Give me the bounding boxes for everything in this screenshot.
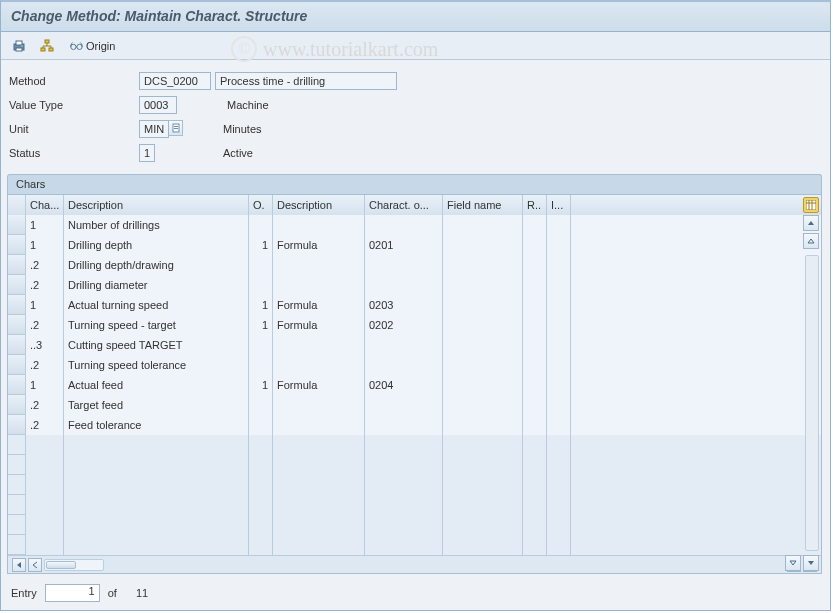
cell-empty[interactable] — [365, 535, 443, 555]
cell-o[interactable] — [249, 395, 273, 415]
cell-cha[interactable]: .2 — [26, 355, 64, 375]
cell-rest[interactable] — [571, 335, 821, 355]
cell-empty[interactable] — [547, 455, 571, 475]
cell-empty[interactable] — [365, 475, 443, 495]
cell-empty[interactable] — [523, 495, 547, 515]
scrollbar-thumb[interactable] — [46, 561, 76, 569]
cell-empty[interactable] — [249, 475, 273, 495]
configure-columns-button[interactable] — [803, 197, 819, 213]
cell-empty[interactable] — [443, 515, 523, 535]
col-r[interactable]: R.. — [523, 195, 547, 215]
col-cha[interactable]: Cha... — [26, 195, 64, 215]
cell-empty[interactable] — [26, 495, 64, 515]
unit-f4-help[interactable] — [169, 120, 183, 136]
cell-r[interactable] — [523, 255, 547, 275]
row-selector[interactable] — [8, 435, 26, 455]
cell-r[interactable] — [523, 315, 547, 335]
row-selector[interactable] — [8, 335, 26, 355]
cell-description[interactable]: Drilling diameter — [64, 275, 249, 295]
cell-empty[interactable] — [571, 475, 821, 495]
cell-i[interactable] — [547, 255, 571, 275]
cell-empty[interactable] — [365, 435, 443, 455]
cell-empty[interactable] — [523, 455, 547, 475]
cell-o[interactable]: 1 — [249, 375, 273, 395]
cell-r[interactable] — [523, 415, 547, 435]
cell-fieldname[interactable] — [443, 395, 523, 415]
cell-r[interactable] — [523, 355, 547, 375]
cell-empty[interactable] — [273, 475, 365, 495]
cell-empty[interactable] — [547, 515, 571, 535]
cell-empty[interactable] — [523, 435, 547, 455]
cell-rest[interactable] — [571, 295, 821, 315]
cell-empty[interactable] — [547, 495, 571, 515]
cell-empty[interactable] — [571, 435, 821, 455]
cell-empty[interactable] — [443, 435, 523, 455]
cell-o[interactable]: 1 — [249, 295, 273, 315]
cell-description2[interactable]: Formula — [273, 315, 365, 335]
cell-description2[interactable] — [273, 335, 365, 355]
cell-description2[interactable] — [273, 355, 365, 375]
hierarchy-icon[interactable] — [37, 36, 57, 56]
cell-rest[interactable] — [571, 235, 821, 255]
cell-cha[interactable]: .2 — [26, 275, 64, 295]
cell-charact[interactable] — [365, 415, 443, 435]
cell-empty[interactable] — [249, 515, 273, 535]
vertical-scrollbar[interactable] — [805, 255, 819, 551]
cell-cha[interactable]: .2 — [26, 255, 64, 275]
cell-empty[interactable] — [443, 475, 523, 495]
cell-cha[interactable]: 1 — [26, 235, 64, 255]
cell-empty[interactable] — [365, 455, 443, 475]
cell-fieldname[interactable] — [443, 255, 523, 275]
method-field[interactable]: DCS_0200 — [139, 72, 211, 90]
cell-fieldname[interactable] — [443, 335, 523, 355]
cell-charact[interactable] — [365, 335, 443, 355]
cell-cha[interactable]: ..3 — [26, 335, 64, 355]
cell-cha[interactable]: .2 — [26, 395, 64, 415]
cell-empty[interactable] — [64, 455, 249, 475]
cell-empty[interactable] — [64, 515, 249, 535]
scroll-up-button[interactable] — [803, 233, 819, 249]
cell-empty[interactable] — [365, 515, 443, 535]
cell-r[interactable] — [523, 235, 547, 255]
cell-fieldname[interactable] — [443, 235, 523, 255]
cell-o[interactable] — [249, 275, 273, 295]
row-selector[interactable] — [8, 455, 26, 475]
cell-description[interactable]: Drilling depth — [64, 235, 249, 255]
cell-cha[interactable]: .2 — [26, 415, 64, 435]
cell-empty[interactable] — [26, 475, 64, 495]
cell-i[interactable] — [547, 235, 571, 255]
cell-rest[interactable] — [571, 355, 821, 375]
row-selector[interactable] — [8, 515, 26, 535]
cell-empty[interactable] — [249, 535, 273, 555]
cell-empty[interactable] — [249, 455, 273, 475]
row-selector[interactable] — [8, 535, 26, 555]
cell-empty[interactable] — [64, 495, 249, 515]
col-description2[interactable]: Description — [273, 195, 365, 215]
method-desc-field[interactable]: Process time - drilling — [215, 72, 397, 90]
cell-empty[interactable] — [64, 475, 249, 495]
cell-r[interactable] — [523, 335, 547, 355]
cell-r[interactable] — [523, 215, 547, 235]
col-o[interactable]: O. — [249, 195, 273, 215]
col-charact[interactable]: Charact. o... — [365, 195, 443, 215]
cell-description[interactable]: Cutting speed TARGET — [64, 335, 249, 355]
cell-empty[interactable] — [26, 455, 64, 475]
cell-charact[interactable] — [365, 255, 443, 275]
cell-i[interactable] — [547, 375, 571, 395]
cell-rest[interactable] — [571, 215, 821, 235]
row-selector[interactable] — [8, 235, 26, 255]
cell-r[interactable] — [523, 375, 547, 395]
cell-empty[interactable] — [26, 435, 64, 455]
cell-fieldname[interactable] — [443, 375, 523, 395]
col-description[interactable]: Description — [64, 195, 249, 215]
cell-empty[interactable] — [273, 455, 365, 475]
scroll-down-button[interactable] — [785, 555, 801, 571]
cell-description2[interactable]: Formula — [273, 295, 365, 315]
cell-i[interactable] — [547, 355, 571, 375]
cell-rest[interactable] — [571, 375, 821, 395]
cell-description[interactable]: Target feed — [64, 395, 249, 415]
row-selector[interactable] — [8, 475, 26, 495]
scroll-bottom-button[interactable] — [803, 555, 819, 571]
cell-description2[interactable]: Formula — [273, 375, 365, 395]
col-i[interactable]: I... — [547, 195, 571, 215]
